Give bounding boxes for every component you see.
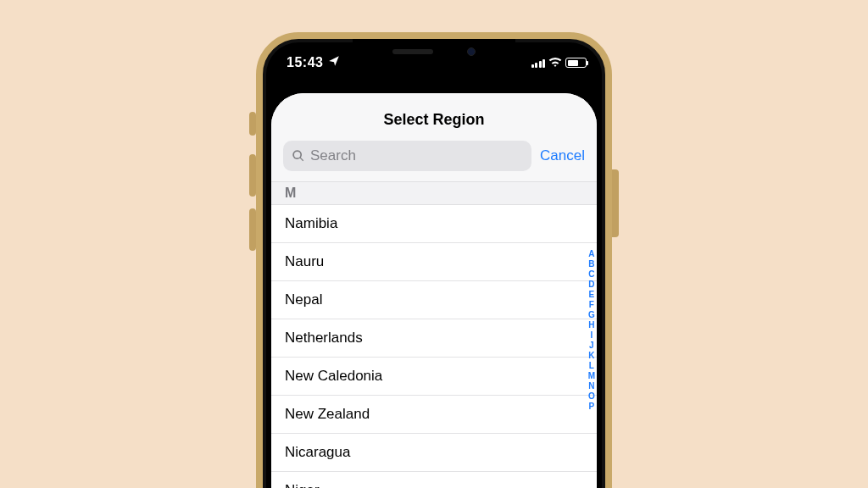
magnifying-glass-icon xyxy=(292,149,305,163)
index-letter[interactable]: A xyxy=(588,249,594,259)
cellular-signal-icon xyxy=(531,58,546,68)
index-letter[interactable]: K xyxy=(588,351,594,361)
battery-fill xyxy=(568,60,578,66)
region-list[interactable]: M Namibia Nauru Nepal Netherlands New Ca… xyxy=(271,181,597,488)
front-camera xyxy=(467,47,476,56)
wifi-icon xyxy=(548,55,562,70)
location-arrow-icon xyxy=(328,55,340,70)
ringer-switch[interactable] xyxy=(249,112,256,136)
index-letter[interactable]: B xyxy=(588,259,594,269)
notch xyxy=(353,39,515,64)
search-field[interactable] xyxy=(283,141,531,171)
status-time: 15:43 xyxy=(287,55,323,70)
battery-icon xyxy=(565,58,587,68)
list-item[interactable]: Nauru xyxy=(271,243,597,281)
index-letter[interactable]: L xyxy=(589,361,594,371)
list-item[interactable]: Nicaragua xyxy=(271,434,597,472)
page-title: Select Region xyxy=(271,99,597,137)
phone-frame: 15:43 Select Region xyxy=(256,32,612,488)
index-letter[interactable]: C xyxy=(588,269,594,280)
select-region-modal: Select Region Cancel xyxy=(271,99,597,181)
index-letter[interactable]: M xyxy=(588,371,595,381)
list-item[interactable]: Nepal xyxy=(271,281,597,319)
list-item[interactable]: Namibia xyxy=(271,205,597,243)
index-letter[interactable]: J xyxy=(589,341,594,351)
list-item[interactable]: New Caledonia xyxy=(271,358,597,396)
index-letter[interactable]: N xyxy=(588,381,594,391)
cancel-button[interactable]: Cancel xyxy=(540,147,585,164)
index-letter[interactable]: I xyxy=(590,330,593,341)
screen: Select Region Cancel M Namibia Nauru Nep… xyxy=(271,93,597,488)
volume-up-button[interactable] xyxy=(249,154,256,197)
index-letter[interactable]: E xyxy=(588,290,594,300)
index-letter[interactable]: G xyxy=(588,310,595,320)
earpiece-speaker xyxy=(392,49,433,54)
list-item[interactable]: Netherlands xyxy=(271,319,597,358)
index-letter[interactable]: P xyxy=(588,402,594,412)
index-letter[interactable]: H xyxy=(588,320,594,330)
index-letter[interactable]: D xyxy=(588,280,594,290)
section-index[interactable]: A B C D E F G H I J K L M N O P xyxy=(588,249,595,412)
section-header: M xyxy=(271,181,597,205)
index-letter[interactable]: F xyxy=(589,300,594,310)
list-item[interactable]: Niger xyxy=(271,472,597,488)
volume-down-button[interactable] xyxy=(249,208,256,251)
power-button[interactable] xyxy=(612,169,619,237)
list-item[interactable]: New Zealand xyxy=(271,396,597,434)
index-letter[interactable]: O xyxy=(588,391,595,402)
search-input[interactable] xyxy=(310,147,523,164)
